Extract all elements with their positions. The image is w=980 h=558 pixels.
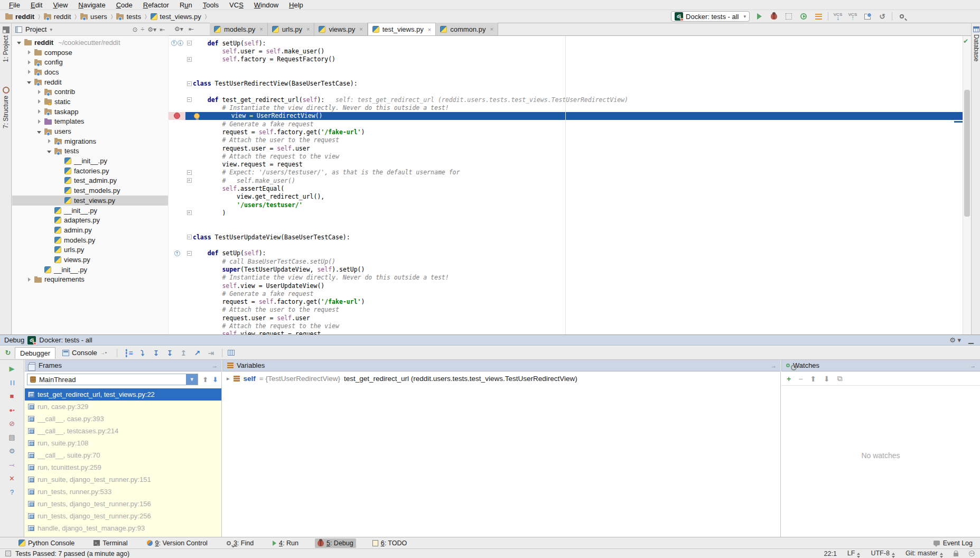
tree-item-test_models.py[interactable]: test_models.py <box>12 185 168 196</box>
tree-item-test_admin.py[interactable]: test_admin.py <box>12 176 168 186</box>
resume-icon[interactable]: ▶ <box>7 364 17 373</box>
editor-scrollbar[interactable] <box>963 36 971 334</box>
frame-item[interactable]: run_tests, runner.py:533 <box>25 486 221 498</box>
flatten-packages-icon[interactable]: ÷ <box>141 26 145 33</box>
close-tab-icon[interactable]: × <box>359 26 362 32</box>
tree-item-__init__.py[interactable]: __init__.py <box>12 206 168 216</box>
frame-item[interactable]: test_get_redirect_url, test_views.py:22 <box>25 388 221 401</box>
tree-item-reddit[interactable]: reddit~/cookiecutter/reddit <box>12 38 168 48</box>
tree-item-factories.py[interactable]: factories.py <box>12 166 168 176</box>
breadcrumb-item-test_views.py[interactable]: test_views.py <box>150 13 202 21</box>
help-icon[interactable]: ? <box>7 488 17 497</box>
toolwindow-button---debug[interactable]: 5: Debug <box>315 538 356 548</box>
status-message[interactable]: Tests Passed: 7 passed (a minute ago) <box>15 550 129 557</box>
tree-item-models.py[interactable]: models.py <box>12 235 168 245</box>
pin-icon[interactable]: → <box>970 362 976 369</box>
sidebar-tab-project[interactable]: 1: Project <box>0 26 12 62</box>
menu-item-edit[interactable]: Edit <box>26 1 47 10</box>
hide-tabs-icon[interactable]: ⇤ <box>189 25 194 33</box>
editor-tab-views.py[interactable]: views.py× <box>314 23 367 35</box>
toolwindow-button---todo[interactable]: 6: TODO <box>370 538 410 548</box>
expand-arrow-icon[interactable] <box>36 99 42 104</box>
frame-item[interactable]: run, case.py:329 <box>25 401 221 413</box>
concurrency-diagram-icon[interactable] <box>813 11 824 22</box>
sidebar-tab-structure[interactable]: 7: Structure <box>0 87 12 128</box>
thread-select[interactable]: MainThread ▼ <box>27 374 198 385</box>
tree-item-static[interactable]: static <box>12 97 168 107</box>
smart-step-icon[interactable]: ⇥ <box>205 348 217 358</box>
project-panel-title[interactable]: Project <box>25 25 46 33</box>
menu-item-tools[interactable]: Tools <box>198 1 223 10</box>
frame-item[interactable]: run, tcunittest.py:259 <box>25 461 221 473</box>
caret-position[interactable]: 22:1 <box>824 550 837 557</box>
menu-item-help[interactable]: Help <box>284 1 308 10</box>
tree-item-contrib[interactable]: contrib <box>12 87 168 97</box>
pin-icon[interactable]: ⤙ <box>7 460 17 469</box>
breadcrumb-item-users[interactable]: users <box>79 13 108 21</box>
tree-item-views.py[interactable]: views.py <box>12 255 168 265</box>
profiler-icon[interactable] <box>798 11 809 22</box>
run-icon[interactable] <box>754 11 764 22</box>
tree-item-users[interactable]: users <box>12 126 168 136</box>
chevron-down-icon[interactable]: ▾ <box>50 27 52 32</box>
sidebar-tab-database[interactable]: Database <box>972 26 980 61</box>
gear-icon[interactable]: ⚙▾ <box>174 25 183 33</box>
view-breakpoints-icon[interactable]: ●• <box>7 405 17 414</box>
breakpoint-gutter[interactable] <box>169 112 185 120</box>
tree-item-templates[interactable]: templates <box>12 117 168 127</box>
pin-icon[interactable]: → <box>771 362 777 369</box>
breadcrumb-item-reddit[interactable]: reddit <box>43 13 72 21</box>
expand-arrow-icon[interactable] <box>36 119 42 124</box>
coverage-icon[interactable] <box>783 11 794 22</box>
run-to-cursor-icon[interactable]: ↗ <box>191 348 203 358</box>
pin-icon[interactable]: → <box>212 362 218 369</box>
tree-item-docs[interactable]: docs <box>12 67 168 77</box>
editor-tab-urls.py[interactable]: urls.py× <box>268 23 315 35</box>
stop-icon[interactable]: ■ <box>7 392 17 401</box>
frame-item[interactable]: handle, django_test_manage.py:93 <box>25 522 221 534</box>
vcs-commit-icon[interactable]: VCS↑ <box>847 11 858 22</box>
mute-breakpoints-icon[interactable]: ⊘ <box>7 419 17 428</box>
search-everywhere-icon[interactable] <box>897 11 907 22</box>
variable-row[interactable]: ▸self = {TestUserRedirectView}test_get_r… <box>222 372 780 385</box>
close-icon[interactable]: ✕ <box>7 474 17 483</box>
frame-item[interactable]: __call__, case.py:393 <box>25 413 221 425</box>
locate-file-icon[interactable]: ⊙ <box>133 26 138 33</box>
breakpoint-icon[interactable] <box>174 113 180 119</box>
menu-item-window[interactable]: Window <box>249 1 283 10</box>
menu-item-run[interactable]: Run <box>175 1 197 10</box>
collapse-arrow-icon[interactable] <box>16 40 22 44</box>
encoding-select[interactable]: UTF-8 <box>871 550 894 558</box>
menu-item-file[interactable]: File <box>4 1 25 10</box>
overridden-method-icon[interactable]: ↓ <box>178 40 183 46</box>
toolwindow-button-python-console[interactable]: Python Console <box>16 538 77 548</box>
toolwindow-button---run[interactable]: 4: Run <box>270 538 301 548</box>
tree-item-test_views.py[interactable]: test_views.py <box>12 196 168 206</box>
evaluate-expression-icon[interactable] <box>228 350 235 356</box>
lock-icon[interactable] <box>954 553 958 556</box>
editor-tab-common.py[interactable]: common.py× <box>436 23 498 35</box>
collapse-arrow-icon[interactable] <box>26 80 32 84</box>
run-configuration-select[interactable]: dj Docker: tests - all ▾ <box>671 11 750 22</box>
tree-item-taskapp[interactable]: taskapp <box>12 107 168 117</box>
toolwindow-button---find[interactable]: 3: Find <box>224 538 256 548</box>
local-history-icon[interactable] <box>862 11 873 22</box>
editor-tab-test_views.py[interactable]: test_views.py× <box>368 23 436 35</box>
tree-item-compose[interactable]: compose <box>12 48 168 58</box>
overriding-method-icon[interactable]: ↑ <box>171 40 177 46</box>
fold-marker-icon[interactable]: − <box>185 251 193 256</box>
restore-layout-icon[interactable]: ▤ <box>7 433 17 442</box>
vcs-update-icon[interactable]: VCS↓ <box>833 11 843 22</box>
close-tab-icon[interactable]: × <box>428 26 431 33</box>
fold-marker-icon[interactable]: − <box>185 235 193 239</box>
menu-item-navigate[interactable]: Navigate <box>73 1 110 10</box>
close-tab-icon[interactable]: × <box>306 26 310 32</box>
fold-marker-icon[interactable]: − <box>185 41 193 45</box>
debug-tab-console[interactable]: Console→• <box>58 347 111 359</box>
expand-arrow-icon[interactable] <box>36 90 42 94</box>
gear-icon[interactable]: ⚙ ▾ <box>949 336 961 344</box>
line-ending-select[interactable]: LF <box>847 550 861 558</box>
close-tab-icon[interactable]: × <box>259 26 263 32</box>
scrollbar-thumb[interactable] <box>964 90 970 217</box>
frame-item[interactable]: run_suite, django_test_runner.py:151 <box>25 473 221 486</box>
